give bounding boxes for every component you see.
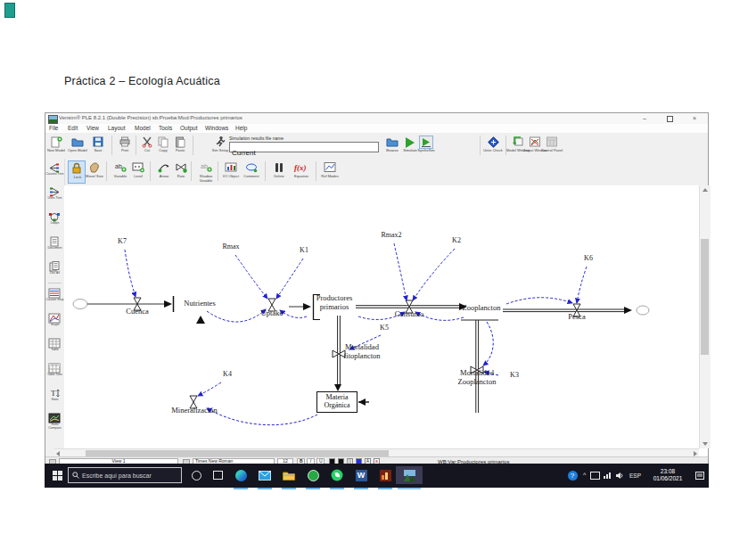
simulate-button[interactable]: Simulate — [401, 135, 419, 158]
print-button[interactable]: Print — [116, 135, 134, 158]
task-view-button[interactable] — [207, 466, 228, 484]
flow-label-mortalidad-zooplancton[interactable]: Mortalidad Zooplancton — [449, 369, 505, 386]
menu-tools[interactable]: Tools — [159, 125, 172, 131]
model-window-button[interactable]: Model Window — [509, 135, 527, 158]
sim-setup-button[interactable]: Sim Setup — [211, 135, 229, 158]
taskbar-app-explorer[interactable] — [278, 466, 300, 484]
constant-k2[interactable]: K2 — [443, 236, 470, 244]
constant-k7[interactable]: K7 — [109, 237, 136, 245]
table-time-tool[interactable]: Table Time — [45, 361, 64, 384]
tray-language[interactable]: ESP — [629, 472, 641, 479]
tray-volume[interactable] — [613, 466, 626, 484]
lock-tool[interactable]: Lock — [68, 160, 86, 184]
sketch-canvas[interactable]: K7 Rmax K1 Rmax2 K2 K6 K5 K3 K4 Nutrient… — [64, 185, 699, 448]
menu-model[interactable]: Model — [135, 125, 151, 131]
save-button[interactable]: Save — [89, 135, 107, 158]
menu-view[interactable]: View — [86, 125, 99, 131]
shadow-variable-tool[interactable]: ab Shadow Variable — [197, 160, 215, 184]
taskbar-app-green-circle[interactable] — [302, 466, 324, 484]
horizontal-scroll-thumb[interactable] — [86, 450, 389, 456]
output-window-button[interactable]: Output Window — [526, 135, 544, 158]
tray-clock[interactable]: 23:08 01/06/2021 — [645, 468, 691, 483]
cortana-button[interactable] — [185, 466, 207, 484]
synthesim-button[interactable]: SyntheSim — [417, 135, 435, 158]
minimize-button[interactable]: – — [641, 115, 648, 122]
constant-k1[interactable]: K1 — [291, 246, 317, 254]
constant-rmax[interactable]: Rmax — [213, 242, 249, 251]
equation-tool[interactable]: f(x) Equation — [292, 160, 310, 184]
menu-file[interactable]: File — [49, 125, 58, 131]
level-tool[interactable]: Level — [129, 160, 147, 184]
graph-tool[interactable]: Graph — [45, 311, 64, 334]
constant-k4[interactable]: K4 — [216, 370, 239, 378]
stats-tool[interactable]: T Stats — [45, 386, 64, 409]
title-bar[interactable]: Vensim® PLE 8.2.1 (Double Precision) sb:… — [45, 113, 708, 124]
reference-modes-tool[interactable]: Ref Modes — [321, 160, 339, 184]
taskbar-app-edge[interactable] — [230, 466, 251, 484]
constant-k3[interactable]: K3 — [503, 371, 526, 379]
doc-all-tool[interactable]: Doc All — [45, 259, 64, 283]
paste-button[interactable]: Paste — [171, 135, 189, 158]
runs-compare-tool[interactable]: Runs Compare — [45, 411, 64, 434]
stock-materia-organica[interactable]: Materia Orgánica — [316, 391, 357, 413]
taskbar-app-photos[interactable] — [374, 466, 396, 484]
arrow-tool[interactable]: Arrow — [155, 160, 173, 184]
loops-tool[interactable]: Loops — [45, 209, 64, 233]
open-model-button[interactable]: Open Model — [69, 135, 86, 158]
start-button[interactable] — [46, 466, 68, 484]
io-object-tool[interactable]: I/O Object — [222, 160, 240, 184]
vertical-scrollbar[interactable] — [699, 185, 711, 448]
new-model-button[interactable]: New Model — [47, 135, 65, 158]
causes-tree-tool[interactable]: Causes Tree — [45, 160, 64, 184]
flow-label-cuenca[interactable]: Cuenca — [118, 308, 157, 316]
tray-help-button[interactable]: ? — [565, 466, 579, 484]
arrow-k7-cuenca — [125, 250, 136, 297]
flow-mortalidad-zooplancton[interactable] — [461, 320, 498, 413]
menu-help[interactable]: Help — [235, 125, 247, 131]
comment-tool[interactable]: Comment — [242, 160, 260, 184]
flow-label-mineralizacion[interactable]: Mineralización — [157, 407, 232, 415]
flow-label-pesca[interactable]: Pesca — [559, 313, 595, 322]
cut-button[interactable]: Cut — [138, 135, 156, 158]
constant-k5[interactable]: K5 — [373, 324, 396, 332]
tray-network[interactable] — [601, 466, 613, 484]
results-file-input[interactable]: Current — [229, 142, 379, 152]
browse-button[interactable]: Browse — [383, 135, 401, 158]
menu-windows[interactable]: Windows — [205, 125, 228, 131]
constant-k6[interactable]: K6 — [575, 254, 602, 262]
scroll-up-button[interactable] — [703, 188, 708, 192]
stock-productores-primarios[interactable]: Productores primarios — [307, 294, 362, 311]
delete-tool[interactable]: Delete — [270, 160, 288, 184]
copy-button[interactable]: Copy — [154, 135, 172, 158]
stock-zooplancton[interactable]: Zooplancton — [453, 304, 510, 313]
causes-strip-tool[interactable]: Causes Strip — [45, 286, 64, 309]
move-size-tool[interactable]: Move/ Size — [86, 160, 103, 184]
maximize-button[interactable] — [666, 115, 673, 122]
rate-tool[interactable]: Rate — [172, 160, 190, 184]
document-tool[interactable]: Document — [45, 234, 64, 258]
taskbar-app-mail[interactable] — [254, 466, 275, 484]
menu-layout[interactable]: Layout — [108, 125, 126, 131]
variable-tool[interactable]: ab Variable — [111, 160, 129, 184]
flow-label-consumo[interactable]: Consumo — [387, 310, 431, 319]
taskbar-app-whatsapp[interactable] — [326, 466, 348, 484]
flow-label-uptake[interactable]: Uptake — [252, 309, 292, 318]
uses-tree-tool[interactable]: Uses Tree — [45, 185, 64, 208]
tray-chevron-up[interactable]: ^ — [583, 472, 586, 478]
stock-nutrientes[interactable]: Nutrientes — [168, 300, 231, 308]
taskbar-app-word[interactable]: W — [350, 466, 372, 484]
close-button[interactable]: × — [691, 115, 698, 122]
scroll-down-button[interactable] — [703, 442, 708, 446]
menu-output[interactable]: Output — [180, 125, 198, 131]
notification-center-button[interactable] — [693, 466, 707, 484]
table-tool[interactable]: Table — [45, 336, 64, 359]
constant-rmax2[interactable]: Rmax2 — [369, 231, 414, 239]
taskbar-app-vensim-active[interactable] — [396, 466, 423, 484]
vertical-scroll-thumb[interactable] — [701, 239, 709, 355]
flow-label-mortalidad-fitoplancton[interactable]: Mortalidad fitoplancton — [334, 343, 390, 360]
units-check-button[interactable]: Units Check — [484, 135, 502, 158]
control-panel-button[interactable]: Control Panel — [543, 135, 561, 158]
tray-monitor[interactable] — [588, 466, 601, 484]
menu-edit[interactable]: Edit — [68, 125, 78, 131]
taskbar-search-input[interactable]: Escribe aquí para buscar — [68, 467, 182, 483]
